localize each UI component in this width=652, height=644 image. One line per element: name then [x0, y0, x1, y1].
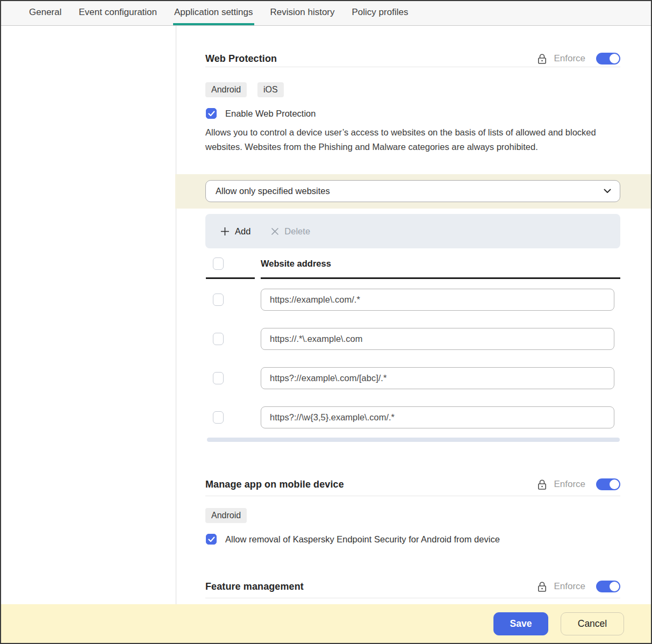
enforce-control-feature-management: Enforce [537, 581, 620, 592]
enable-web-protection-checkbox[interactable] [206, 108, 217, 119]
section-title-web-protection: Web Protection [205, 53, 277, 65]
section-divider [205, 598, 620, 598]
enforce-control-manage-app: Enforce [537, 478, 620, 490]
enforce-control-web-protection: Enforce [537, 53, 620, 65]
enable-web-protection-label: Enable Web Protection [225, 109, 316, 119]
website-address-input[interactable] [261, 328, 614, 350]
toggle-knob [610, 582, 619, 591]
table-header-border [261, 277, 620, 279]
tab-application-settings[interactable]: Application settings [173, 1, 254, 25]
row-checkbox[interactable] [213, 333, 224, 345]
policy-settings-window: General Event configuration Application … [0, 0, 652, 644]
lock-icon [537, 581, 547, 592]
website-address-column-header: Website address [261, 259, 331, 269]
table-header-border [206, 277, 255, 279]
tab-bar: General Event configuration Application … [1, 1, 651, 26]
lock-icon [537, 479, 547, 490]
website-mode-select-value: Allow only specified websites [216, 186, 604, 196]
section-title-feature-management: Feature management [205, 581, 304, 592]
save-button[interactable]: Save [493, 612, 548, 635]
section-divider [205, 496, 620, 496]
add-button[interactable]: Add [220, 226, 250, 237]
checkmark-icon [208, 536, 215, 542]
platform-badge-android: Android [205, 82, 247, 97]
website-address-input[interactable] [261, 367, 614, 389]
add-button-label: Add [235, 226, 250, 237]
plus-icon [220, 227, 230, 236]
row-checkbox[interactable] [213, 372, 224, 384]
left-panel-divider [176, 26, 176, 605]
enforce-label: Enforce [554, 479, 585, 490]
allow-removal-checkbox[interactable] [206, 534, 217, 545]
website-mode-select[interactable]: Allow only specified websites [205, 180, 620, 202]
enable-web-protection-row: Enable Web Protection [206, 108, 316, 119]
x-icon [271, 227, 279, 235]
allow-removal-label: Allow removal of Kaspersky Endpoint Secu… [225, 534, 500, 545]
tab-event-configuration[interactable]: Event configuration [77, 1, 158, 25]
enforce-label: Enforce [554, 53, 585, 64]
delete-button-label: Delete [284, 226, 310, 237]
chevron-down-icon [604, 189, 611, 194]
enforce-toggle-feature-management[interactable] [596, 581, 620, 592]
enforce-toggle-web-protection[interactable] [596, 53, 620, 65]
web-protection-description: Allows you to control a device user’s ac… [205, 125, 620, 154]
tab-policy-profiles[interactable]: Policy profiles [351, 1, 410, 25]
section-header-web-protection: Web Protection Enforce [205, 51, 620, 67]
row-checkbox[interactable] [213, 411, 224, 424]
delete-button[interactable]: Delete [271, 226, 310, 237]
allow-removal-row: Allow removal of Kaspersky Endpoint Secu… [206, 534, 500, 545]
toggle-knob [610, 480, 619, 489]
section-header-manage-app: Manage app on mobile device Enforce [205, 476, 620, 492]
enforce-toggle-manage-app[interactable] [596, 478, 620, 490]
select-all-checkbox[interactable] [213, 257, 224, 270]
platform-badge-android: Android [205, 508, 247, 523]
enforce-label: Enforce [554, 581, 585, 592]
horizontal-scrollbar[interactable] [207, 438, 620, 442]
tab-revision-history[interactable]: Revision history [269, 1, 336, 25]
lock-icon [537, 53, 547, 65]
website-list-toolbar: Add Delete [205, 214, 620, 248]
cancel-button[interactable]: Cancel [561, 612, 624, 635]
section-divider [205, 67, 620, 67]
website-address-input[interactable] [261, 289, 614, 311]
section-title-manage-app: Manage app on mobile device [205, 479, 344, 490]
action-bar: Save Cancel [1, 604, 651, 643]
tab-general[interactable]: General [28, 1, 62, 25]
section-header-feature-management: Feature management Enforce [205, 578, 620, 595]
website-address-input[interactable] [261, 406, 614, 428]
toggle-knob [610, 54, 619, 63]
row-checkbox[interactable] [213, 294, 224, 306]
platform-badge-ios: iOS [257, 82, 284, 97]
checkmark-icon [208, 111, 215, 117]
